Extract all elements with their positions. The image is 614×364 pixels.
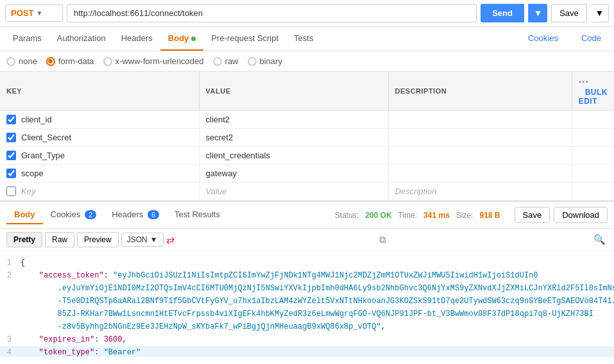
method-chevron-icon: ▼ [36, 10, 42, 17]
response-save-button[interactable]: Save [515, 207, 550, 223]
tab-code[interactable]: Code [574, 27, 609, 51]
table-actions-icon[interactable]: ··· [579, 76, 589, 87]
desc-cell-1 [388, 129, 572, 147]
save-dropdown-button[interactable]: ▼ [591, 4, 609, 22]
tab-params[interactable]: Params [5, 27, 49, 51]
value-cell-1: secret2 [199, 129, 388, 147]
format-icon: ⇄ [166, 234, 175, 246]
code-content: -T5e0D1RQSTp6aARal2BNf9T1f5GbCVtFyGYV_u7… [18, 295, 614, 307]
response-meta: Status: 200 OK Time: 341 ms Size: 918 B … [335, 207, 608, 223]
code-content: "token_type": "Bearer" [18, 347, 614, 357]
view-preview-button[interactable]: Preview [77, 232, 119, 247]
placeholder-checkbox[interactable] [6, 186, 16, 196]
copy-icon[interactable]: ⧉ [377, 232, 388, 247]
download-button[interactable]: Download [554, 207, 608, 223]
line-number: 1 [0, 257, 18, 269]
save-button[interactable]: Save [551, 4, 587, 22]
cookies-badge: 2 [85, 210, 96, 219]
table-row: scope gateway [0, 165, 614, 183]
search-icon[interactable]: 🔍 [592, 232, 608, 247]
radio-none[interactable]: none [6, 56, 37, 66]
view-pretty-button[interactable]: Pretty [6, 232, 42, 247]
body-options: none form-data x-www-form-urlencoded raw… [0, 51, 614, 72]
th-actions: ··· Bulk Edit [572, 72, 614, 111]
tab-tests[interactable]: Tests [286, 27, 321, 51]
key-value-1: Client_Secret [21, 133, 71, 142]
row-checkbox-2[interactable] [6, 151, 16, 160]
code-content: 85ZJ-RKHar7BWw1Lsncmn1HtETvcFrpssb4viXIg… [18, 308, 614, 320]
tab-cookies[interactable]: Cookies [520, 27, 566, 51]
line-number [0, 295, 18, 307]
code-area[interactable]: 1{2 "access_token": "eyJhbGciOiJSUzI1NiI… [0, 251, 614, 357]
bulk-edit-button[interactable]: Bulk Edit [579, 88, 608, 106]
radio-binary[interactable]: binary [248, 56, 282, 66]
row-actions-1 [572, 129, 614, 147]
size-label: Size: [456, 211, 473, 220]
send-dropdown-button[interactable]: ▼ [528, 4, 547, 22]
radio-raw-label: raw [225, 56, 239, 66]
params-table: KEY VALUE DESCRIPTION ··· Bulk Edit clie… [0, 72, 614, 201]
method-select[interactable]: POST ▼ [5, 4, 63, 22]
radio-binary-circle [248, 57, 257, 66]
time-label: Time: [398, 211, 418, 220]
row-checkbox-0[interactable] [6, 115, 16, 124]
th-key: KEY [0, 72, 199, 111]
radio-binary-label: binary [260, 56, 282, 66]
code-toolbar: Pretty Raw Preview JSON ▼ ⇄ ⧉ 🔍 [0, 229, 614, 251]
time-value: 341 ms [423, 211, 450, 220]
row-actions-0 [572, 111, 614, 129]
send-button[interactable]: Send [481, 4, 524, 22]
radio-form-data[interactable]: form-data [46, 56, 94, 66]
response-actions: Save Download [515, 207, 608, 223]
placeholder-value: Value [199, 183, 388, 201]
radio-form-data-label: form-data [58, 56, 94, 66]
response-bar: Body Cookies 2 Headers 6 Test Results St… [0, 201, 614, 229]
url-input[interactable] [67, 4, 477, 22]
res-tab-body[interactable]: Body [6, 206, 43, 224]
table-row: Client_Secret secret2 [0, 129, 614, 147]
table-row: Grant_Type client_credentials [0, 147, 614, 165]
table-header-row: KEY VALUE DESCRIPTION ··· Bulk Edit [0, 72, 614, 111]
code-line: 85ZJ-RKHar7BWw1Lsncmn1HtETvcFrpssb4viXIg… [0, 308, 614, 320]
status-label: Status: [335, 211, 359, 220]
placeholder-row: Key Value Description [0, 183, 614, 201]
radio-urlencoded[interactable]: x-www-form-urlencoded [103, 56, 204, 66]
code-line: 1{ [0, 256, 614, 269]
key-value-0: client_id [21, 115, 52, 124]
th-value: VALUE [199, 72, 388, 111]
headers-badge: 6 [148, 210, 159, 219]
tab-pre-request[interactable]: Pre-request Script [203, 27, 286, 51]
status-value: 200 OK [365, 211, 391, 220]
row-checkbox-3[interactable] [6, 169, 16, 178]
params-table-container: KEY VALUE DESCRIPTION ··· Bulk Edit clie… [0, 72, 614, 201]
key-cell-0: client_id [0, 111, 199, 129]
row-checkbox-1[interactable] [6, 133, 16, 142]
line-number: 4 [0, 347, 18, 357]
format-chevron-icon: ▼ [150, 235, 158, 244]
tab-headers[interactable]: Headers [114, 27, 160, 51]
value-cell-0: client2 [199, 111, 388, 129]
tab-authorization[interactable]: Authorization [49, 27, 114, 51]
line-number: 2 [0, 270, 18, 281]
code-line: -T5e0D1RQSTp6aARal2BNf9T1f5GbCVtFyGYV_u7… [0, 295, 614, 308]
radio-urlencoded-circle [103, 57, 112, 66]
key-cell-1: Client_Secret [0, 129, 199, 147]
key-cell-2: Grant_Type [0, 147, 199, 165]
radio-raw[interactable]: raw [213, 56, 239, 66]
tab-body[interactable]: Body [160, 27, 204, 51]
main-tabs: Params Authorization Headers Body Pre-re… [0, 27, 614, 51]
view-raw-button[interactable]: Raw [45, 232, 74, 247]
size-value: 918 B [480, 211, 500, 220]
res-tab-test-results[interactable]: Test Results [167, 206, 228, 224]
key-cell-3: scope [0, 165, 199, 183]
desc-cell-0 [388, 111, 572, 129]
res-tab-cookies[interactable]: Cookies 2 [43, 206, 105, 224]
code-line: 3 "expires_in": 3600, [0, 333, 614, 346]
radio-none-circle [6, 57, 15, 66]
response-tabs: Body Cookies 2 Headers 6 Test Results [6, 206, 228, 224]
key-value-2: Grant_Type [21, 151, 65, 160]
method-label: POST [11, 8, 33, 18]
res-tab-headers[interactable]: Headers 6 [104, 206, 167, 224]
code-content: -z8v5Byhhg2bNGnEz9Ee3JEHzNpW_sKYbaFk7_wP… [18, 321, 614, 333]
format-select[interactable]: JSON ▼ [121, 233, 164, 247]
